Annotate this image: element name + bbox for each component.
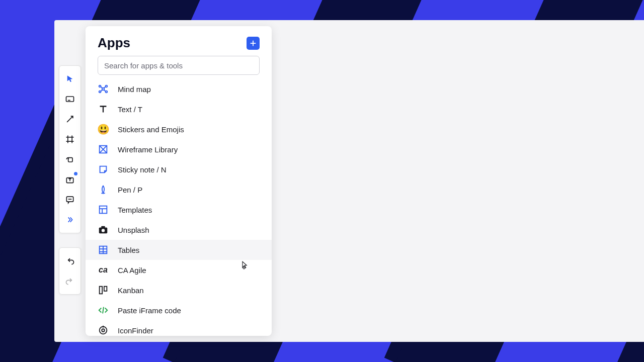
apps-list: Mind mapText / T😃Stickers and EmojisWire… (86, 79, 272, 336)
svg-line-36 (103, 307, 104, 314)
text-icon (98, 104, 109, 115)
app-item-text[interactable]: Text / T (86, 99, 272, 119)
app-label: Wireframe Library (118, 145, 178, 154)
left-toolbar (59, 65, 81, 233)
mindmap-icon (98, 83, 109, 95)
app-item-ca[interactable]: caCA Agile (86, 260, 272, 280)
arrow-tool[interactable] (60, 109, 80, 129)
app-label: Mind map (118, 85, 151, 94)
apps-title: Apps (98, 35, 130, 51)
svg-rect-29 (101, 226, 105, 228)
card-tool[interactable] (60, 89, 80, 109)
cursor-tool[interactable] (60, 69, 80, 89)
redo-button[interactable] (60, 271, 80, 291)
add-app-button[interactable] (247, 37, 260, 50)
app-item-templates[interactable]: Templates (86, 200, 272, 220)
app-item-mindmap[interactable]: Mind map (86, 79, 272, 99)
svg-line-2 (67, 116, 73, 122)
comment-tool[interactable] (60, 190, 80, 210)
undo-button[interactable] (60, 251, 80, 271)
app-label: Kanban (118, 286, 144, 295)
svg-rect-0 (66, 97, 74, 102)
app-item-emoji[interactable]: 😃Stickers and Emojis (86, 119, 272, 139)
frame-tool[interactable] (60, 129, 80, 149)
app-label: CA Agile (118, 266, 146, 275)
kanban-icon (98, 285, 109, 296)
app-item-iframe[interactable]: Paste iFrame code (86, 300, 272, 320)
app-label: Tables (118, 246, 139, 254)
svg-point-37 (100, 327, 107, 334)
notification-dot-icon (74, 172, 77, 175)
search-input[interactable] (98, 56, 260, 75)
upload-tool[interactable] (60, 169, 80, 190)
ca-icon: ca (98, 264, 109, 276)
app-label: IconFinder (118, 326, 153, 335)
history-toolbar (59, 247, 81, 295)
app-item-iconfinder[interactable]: IconFinder (86, 320, 272, 336)
sticky-icon (98, 164, 109, 175)
iconfinder-icon (98, 325, 109, 336)
pen-icon (98, 184, 109, 195)
camera-icon (98, 224, 109, 235)
app-label: Sticky note / N (118, 165, 167, 174)
svg-point-12 (99, 85, 101, 87)
svg-rect-7 (68, 158, 72, 162)
svg-point-15 (106, 91, 108, 93)
svg-line-17 (104, 86, 106, 88)
svg-rect-34 (100, 287, 103, 294)
app-label: Text / T (118, 105, 142, 114)
app-label: Stickers and Emojis (118, 125, 184, 134)
svg-rect-35 (104, 287, 107, 291)
apps-panel: Apps Mind mapText / T😃Stickers and Emoji… (86, 26, 272, 336)
app-item-pen[interactable]: Pen / P (86, 179, 272, 200)
svg-line-16 (101, 86, 102, 88)
app-item-tables[interactable]: Tables (86, 240, 272, 260)
svg-point-11 (102, 88, 105, 90)
app-label: Paste iFrame code (118, 306, 181, 315)
emoji-icon: 😃 (98, 124, 109, 135)
svg-line-19 (104, 90, 106, 92)
svg-point-13 (106, 85, 108, 87)
app-label: Templates (118, 206, 152, 214)
svg-point-38 (102, 329, 105, 332)
rotate-tool[interactable] (60, 149, 80, 169)
app-label: Pen / P (118, 186, 142, 194)
expand-tools[interactable] (60, 210, 80, 230)
app-item-sticky[interactable]: Sticky note / N (86, 159, 272, 179)
iframe-icon (98, 305, 109, 316)
svg-line-18 (101, 90, 102, 92)
app-item-wireframe[interactable]: Wireframe Library (86, 139, 272, 159)
svg-rect-24 (100, 206, 107, 214)
wireframe-icon (98, 144, 109, 155)
templates-icon (98, 204, 109, 215)
tables-icon (98, 244, 109, 255)
svg-point-28 (102, 229, 105, 232)
app-label: Unsplash (118, 226, 149, 234)
app-item-camera[interactable]: Unsplash (86, 220, 272, 240)
app-item-kanban[interactable]: Kanban (86, 280, 272, 300)
svg-point-14 (99, 91, 101, 93)
